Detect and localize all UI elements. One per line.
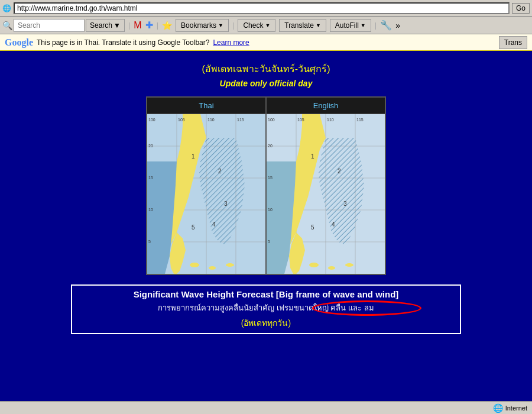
learn-more-link[interactable]: Learn more [213,38,249,47]
search-arrow: ▼ [113,21,121,30]
svg-text:20: 20 [268,144,273,148]
forecast-thai: การพยากรณ์ความสูงคลื่นนัยสำคัญ เฟรมขนาดใ… [158,303,374,312]
address-bar: 🌐 Go [0,0,532,17]
search-icon: 🔍 [2,21,12,30]
bookmark-icon: ⭐ [162,21,172,30]
maps-container: Thai [146,96,386,275]
svg-text:15: 15 [268,176,273,180]
svg-point-43 [309,263,319,267]
svg-point-16 [226,263,234,267]
svg-text:5: 5 [192,224,195,231]
svg-text:105: 105 [178,118,185,122]
toolbar-divider3: | [232,21,234,30]
gmail-icon: M [134,20,141,31]
svg-text:115: 115 [356,118,364,122]
thai-title: (อัพเดทเฉพาะวันจันทร์-วันศุกร์) [202,62,330,76]
go-button[interactable]: Go [512,3,530,14]
thai-map-header: Thai [147,98,265,114]
svg-text:15: 15 [148,176,153,180]
translate-button[interactable]: Translate ▼ [279,19,326,32]
info-bar: Google This page is in Thai. Translate i… [0,34,532,51]
english-subtitle: Update only official day [220,79,313,88]
svg-text:100: 100 [148,118,155,122]
forecast-box: Significant Wave Height Forecast [Big fr… [71,284,461,334]
forecast-thai-container: การพยากรณ์ความสูงคลื่นนัยสำคัญ เฟรมขนาดใ… [78,302,454,314]
bookmarks-button[interactable]: Bookmarks ▼ [176,19,229,32]
plus-icon: ✚ [145,20,153,31]
trans-button[interactable]: Trans [499,36,527,49]
svg-text:5: 5 [311,224,314,231]
thai-map-image: 1 2 3 4 5 100 105 110 115 20 15 10 5 [147,114,265,274]
thai-map-section: Thai [147,98,265,274]
info-bar-left: Google This page is in Thai. Translate i… [5,37,249,48]
google-logo: Google [5,37,33,48]
svg-point-14 [190,263,199,267]
svg-text:110: 110 [207,118,215,122]
zone-label: Internet [505,405,527,412]
svg-point-44 [328,266,335,270]
toolbar-divider4: | [375,21,377,30]
status-bar: 🌐 Internet [0,401,532,414]
toolbar-divider2: | [157,21,158,30]
internet-icon: 🌐 [493,403,503,413]
svg-text:1: 1 [192,153,195,160]
check-button[interactable]: Check ▼ [238,19,275,32]
toolbar: 🔍 Search ▼ | M ✚ | ⭐ Bookmarks ▼ | Check… [0,17,532,34]
svg-text:4: 4 [212,221,216,228]
svg-text:2: 2 [338,168,341,174]
page-content: (อัพเดทเฉพาะวันจันทร์-วันศุกร์) Update o… [0,51,532,401]
forecast-title: Significant Wave Height Forecast [Big fr… [78,289,454,299]
english-map-header: English [267,98,385,114]
svg-text:115: 115 [237,118,244,122]
svg-text:1: 1 [311,153,314,160]
info-message: This page is in Thai. Translate it using… [37,38,209,47]
search-label: Search [90,21,112,30]
svg-text:3: 3 [343,200,347,207]
status-right: 🌐 Internet [493,403,527,413]
search-input[interactable] [14,19,85,32]
autofill-button[interactable]: AutoFill ▼ [330,19,371,32]
svg-text:2: 2 [218,168,222,174]
settings-icon: 🔧 [380,20,392,31]
svg-text:110: 110 [327,118,334,122]
svg-text:20: 20 [148,144,153,148]
svg-text:10: 10 [148,208,153,212]
svg-point-45 [345,263,353,267]
svg-point-15 [209,266,216,270]
address-icon: 🌐 [2,4,11,12]
svg-text:105: 105 [297,118,304,122]
browser-frame: 🌐 Go 🔍 Search ▼ | M ✚ | ⭐ Bookmarks ▼ | … [0,0,532,414]
english-map-image: 1 2 3 4 5 100 105 110 115 20 15 10 5 [267,114,385,274]
svg-text:4: 4 [332,221,335,228]
english-map-section: English [267,98,385,274]
address-input[interactable] [14,2,510,14]
svg-text:5: 5 [148,240,151,244]
more-icon: » [395,21,400,30]
svg-text:5: 5 [268,240,270,244]
svg-text:3: 3 [224,200,228,207]
toolbar-divider: | [128,21,130,30]
forecast-update: (อัพเดททุกวัน) [78,316,454,329]
svg-text:10: 10 [268,208,273,212]
svg-text:100: 100 [268,118,275,122]
search-button[interactable]: Search ▼ [86,19,125,32]
